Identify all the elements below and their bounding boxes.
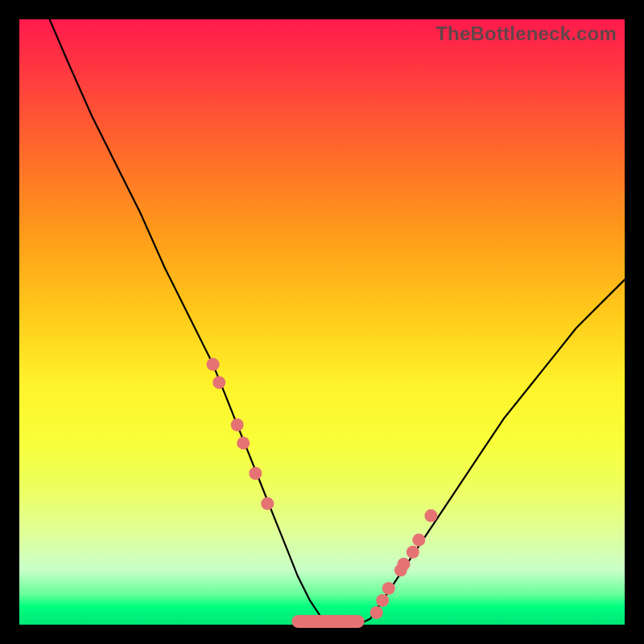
data-marker-1 bbox=[213, 376, 225, 389]
data-marker-12 bbox=[412, 534, 425, 547]
data-marker-10 bbox=[398, 558, 411, 571]
gradient-background: TheBottleneck.com bbox=[19, 19, 625, 625]
data-marker-5 bbox=[261, 497, 274, 510]
data-markers bbox=[207, 358, 438, 628]
data-marker-3 bbox=[237, 436, 250, 449]
data-marker-8 bbox=[382, 582, 395, 595]
data-marker-11 bbox=[407, 546, 419, 559]
data-marker-7 bbox=[376, 594, 389, 607]
data-marker-0 bbox=[207, 358, 220, 371]
bottleneck-curve bbox=[50, 19, 625, 625]
trough-marker-cluster bbox=[291, 615, 364, 628]
data-marker-6 bbox=[370, 606, 383, 619]
chart-svg bbox=[19, 19, 625, 625]
data-marker-13 bbox=[424, 510, 437, 522]
data-marker-2 bbox=[231, 419, 244, 431]
data-marker-4 bbox=[249, 467, 262, 480]
chart-frame: TheBottleneck.com bbox=[0, 0, 644, 644]
